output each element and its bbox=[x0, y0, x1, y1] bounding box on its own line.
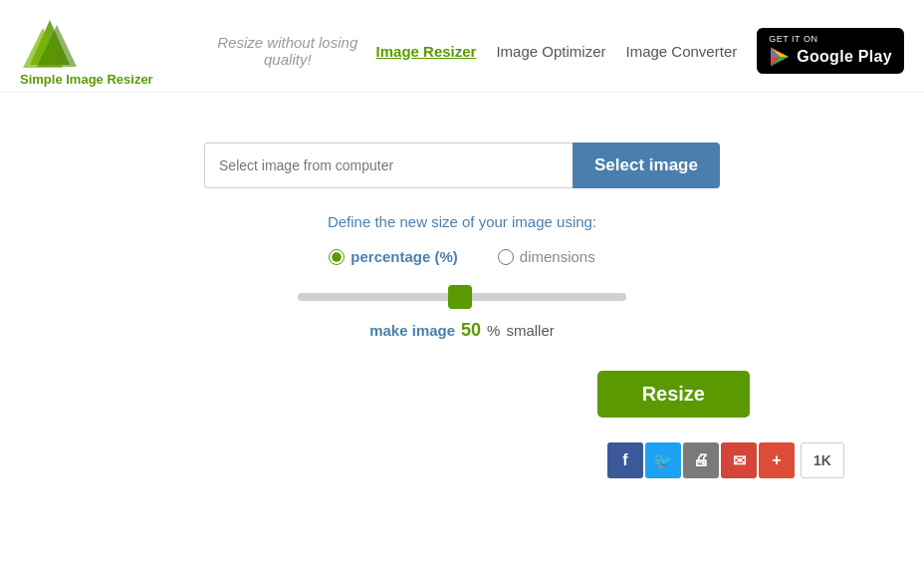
nav-image-optimizer[interactable]: Image Optimizer bbox=[496, 43, 605, 60]
share-email-button[interactable]: ✉ bbox=[721, 442, 757, 478]
gp-get-it-on-text: GET IT ON bbox=[769, 34, 817, 44]
share-twitter-button[interactable]: 🐦 bbox=[645, 442, 681, 478]
make-image-row: make image 50 % smaller bbox=[369, 320, 555, 341]
logo-icon bbox=[20, 15, 80, 70]
radio-dimensions-input[interactable] bbox=[498, 249, 514, 265]
share-row: f 🐦 🖨 ✉ + 1K bbox=[607, 442, 844, 478]
share-plus-button[interactable]: + bbox=[759, 442, 795, 478]
define-size-text: Define the new size of your image using: bbox=[328, 213, 596, 230]
nav-image-resizer[interactable]: Image Resizer bbox=[376, 43, 477, 60]
main-nav: Image Resizer Image Optimizer Image Conv… bbox=[376, 43, 738, 60]
share-count: 1K bbox=[801, 442, 844, 478]
logo-area: Simple Image Resizer bbox=[20, 15, 199, 87]
file-input-row: Select image bbox=[204, 143, 720, 188]
resize-slider[interactable] bbox=[298, 293, 626, 301]
radio-percentage-option[interactable]: percentage (%) bbox=[329, 248, 458, 265]
radio-percentage-input[interactable] bbox=[329, 249, 345, 265]
tagline: Resize without losing quality! bbox=[199, 34, 376, 68]
radio-dimensions-label: dimensions bbox=[520, 248, 595, 265]
percent-sign: % bbox=[487, 322, 500, 339]
nav-image-converter[interactable]: Image Converter bbox=[626, 43, 738, 60]
smaller-text: smaller bbox=[506, 322, 554, 339]
google-play-button[interactable]: GET IT ON Google Play bbox=[757, 28, 904, 74]
file-text-input[interactable] bbox=[204, 143, 573, 188]
select-image-button[interactable]: Select image bbox=[573, 143, 720, 188]
slider-container bbox=[298, 287, 626, 305]
percentage-value: 50 bbox=[461, 320, 481, 341]
radio-row: percentage (%) dimensions bbox=[329, 248, 594, 265]
logo-title: Simple Image Resizer bbox=[20, 72, 153, 87]
main-content: Select image Define the new size of your… bbox=[0, 93, 924, 478]
gp-row: Google Play bbox=[769, 46, 892, 68]
make-image-label: make image bbox=[369, 322, 455, 339]
resize-button[interactable]: Resize bbox=[597, 371, 750, 418]
radio-dimensions-option[interactable]: dimensions bbox=[498, 248, 595, 265]
share-facebook-button[interactable]: f bbox=[607, 442, 643, 478]
gp-google-play-text: Google Play bbox=[797, 48, 892, 66]
google-play-icon bbox=[769, 46, 791, 68]
radio-percentage-label: percentage (%) bbox=[350, 248, 458, 265]
share-print-button[interactable]: 🖨 bbox=[683, 442, 719, 478]
